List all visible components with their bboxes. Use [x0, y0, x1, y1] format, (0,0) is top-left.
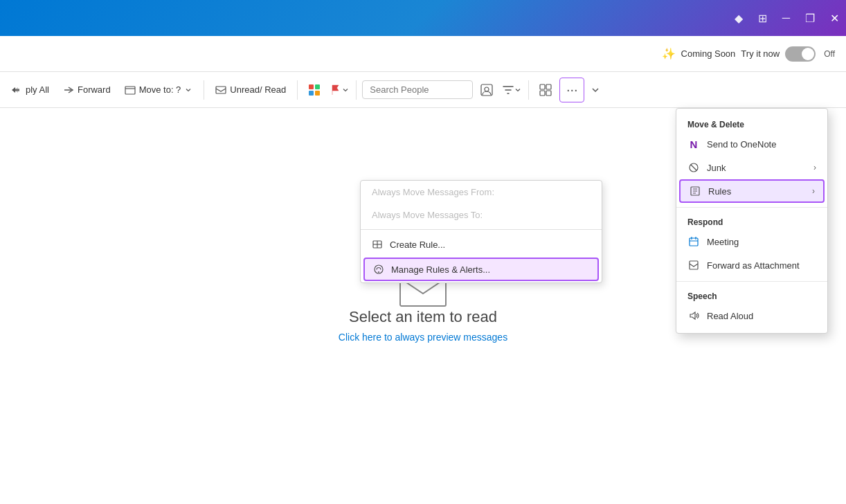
toggle-knob — [802, 48, 814, 60]
reply-all-icon — [11, 84, 22, 96]
apps-button[interactable] — [303, 79, 325, 101]
dropdown-divider-1 — [676, 207, 827, 208]
always-move-to-item: Always Move Messages To: — [361, 204, 602, 226]
restore-icon[interactable]: ❐ — [805, 12, 815, 25]
minimize-icon[interactable]: ─ — [782, 12, 790, 24]
svg-rect-3 — [315, 84, 320, 89]
junk-svg-icon — [688, 162, 699, 173]
coming-soon-icon: ✨ — [662, 47, 676, 60]
forward-icon — [63, 84, 74, 96]
toolbar-divider-3 — [356, 80, 357, 100]
flag-button[interactable] — [328, 79, 350, 101]
svg-rect-2 — [309, 84, 314, 89]
junk-arrow-icon: › — [813, 163, 816, 172]
send-to-onenote-item[interactable]: N Send to OneNote — [676, 132, 827, 156]
rules-item[interactable]: Rules › — [679, 179, 825, 203]
svg-rect-5 — [315, 91, 320, 96]
select-item-text: Select an item to read — [349, 308, 497, 326]
create-rule-icon — [372, 239, 383, 250]
move-to-button[interactable]: Move to: ? — [119, 81, 199, 99]
grid-icon[interactable]: ⊞ — [758, 12, 767, 25]
rules-arrow-icon: › — [812, 186, 815, 196]
try-now-button[interactable]: Try it now — [741, 48, 780, 59]
toggle-switch[interactable] — [785, 46, 816, 62]
read-aloud-svg — [688, 310, 699, 321]
apps-icon — [307, 83, 321, 97]
svg-rect-11 — [546, 91, 551, 96]
svg-rect-4 — [309, 91, 314, 96]
svg-rect-9 — [546, 84, 551, 89]
read-aloud-item[interactable]: Read Aloud — [676, 304, 827, 327]
toggle-label: Off — [824, 49, 835, 59]
move-to-dropdown-icon — [184, 86, 192, 94]
main-dropdown: Move & Delete N Send to OneNote Junk › — [676, 108, 828, 334]
more-options-button[interactable]: ··· — [559, 78, 584, 102]
forward-button[interactable]: Forward — [57, 81, 116, 99]
svg-rect-8 — [540, 84, 545, 89]
rules-icon — [689, 185, 701, 197]
svg-rect-1 — [216, 87, 226, 93]
svg-point-7 — [485, 87, 489, 91]
dropdown-divider-2 — [676, 281, 827, 282]
search-people-input[interactable] — [362, 80, 473, 99]
unread-read-button[interactable]: Unread/ Read — [210, 81, 291, 99]
always-move-from-item: Always Move Messages From: — [361, 181, 602, 204]
meeting-svg-icon — [688, 236, 699, 247]
manage-rules-icon — [373, 264, 384, 275]
respond-section-label: Respond — [676, 212, 827, 230]
read-aloud-icon — [687, 309, 700, 322]
preview-link[interactable]: Click here to always preview messages — [339, 332, 507, 343]
rules-submenu: Always Move Messages From: Always Move M… — [360, 180, 602, 283]
rules-submenu-separator — [361, 229, 602, 230]
manage-rules-alerts-item[interactable]: Manage Rules & Alerts... — [363, 258, 599, 281]
rules-svg-icon — [690, 186, 701, 197]
create-rule-item[interactable]: Create Rule... — [361, 233, 602, 256]
contact-icon — [480, 83, 494, 97]
contact-icon-button[interactable] — [476, 79, 498, 101]
close-icon[interactable]: ✕ — [830, 12, 839, 25]
title-bar-icons: ◆ ⊞ ─ ❐ ✕ — [735, 12, 839, 25]
main-area: Always Move Messages From: Always Move M… — [0, 108, 846, 504]
coming-soon-text: Coming Soon — [681, 48, 736, 59]
chevron-down-icon — [591, 85, 600, 95]
svg-rect-21 — [690, 261, 698, 269]
svg-line-18 — [691, 165, 696, 170]
onenote-icon: N — [687, 138, 700, 150]
flag-icon — [330, 84, 342, 96]
diamond-icon[interactable]: ◆ — [735, 12, 743, 25]
move-to-icon — [125, 84, 136, 96]
filter-dropdown-icon — [514, 87, 521, 93]
title-bar: ◆ ⊞ ─ ❐ ✕ — [0, 0, 846, 36]
top-bar: ✨ Coming Soon Try it now Off — [0, 36, 846, 72]
junk-icon — [687, 161, 700, 174]
speech-section-label: Speech — [676, 286, 827, 304]
meeting-icon — [687, 235, 700, 248]
svg-rect-0 — [125, 87, 135, 94]
filter-button[interactable] — [501, 79, 523, 101]
unread-read-icon — [215, 84, 226, 96]
svg-rect-10 — [540, 91, 545, 96]
filter-icon — [502, 84, 514, 96]
meeting-item[interactable]: Meeting — [676, 230, 827, 253]
grid-view-icon — [539, 83, 552, 97]
junk-item[interactable]: Junk › — [676, 156, 827, 179]
reply-all-button[interactable]: ply All — [6, 81, 55, 99]
toolbar-divider-1 — [204, 80, 204, 100]
forward-as-attachment-item[interactable]: Forward as Attachment — [676, 253, 827, 277]
forward-attachment-svg — [688, 260, 699, 271]
toolbar: ply All Forward Move to: ? Unread/ Read — [0, 72, 846, 108]
svg-rect-20 — [690, 238, 698, 246]
toolbar-divider-4 — [528, 80, 529, 100]
forward-attachment-icon — [687, 259, 700, 271]
coming-soon-section: ✨ Coming Soon Try it now Off — [662, 46, 835, 62]
chevron-down-button[interactable] — [587, 79, 604, 101]
grid-view-button[interactable] — [534, 79, 557, 101]
toolbar-divider-2 — [297, 80, 298, 100]
flag-dropdown-icon — [342, 87, 349, 93]
svg-point-16 — [378, 271, 379, 273]
move-delete-section-label: Move & Delete — [676, 114, 827, 132]
